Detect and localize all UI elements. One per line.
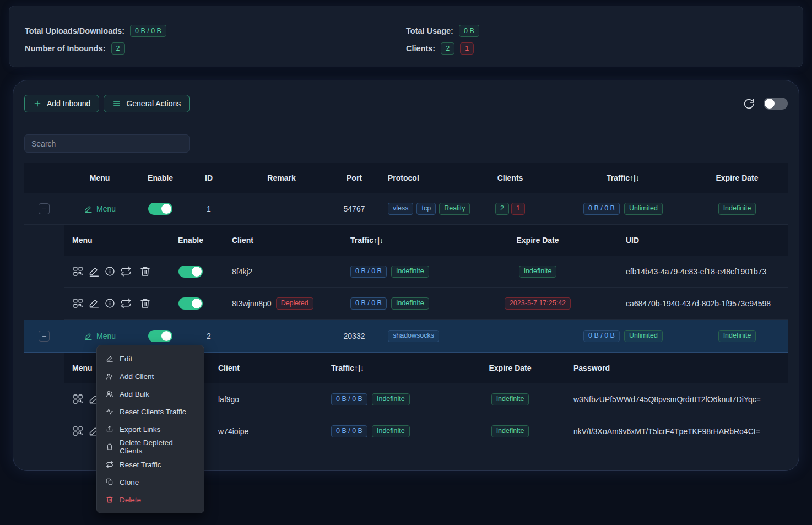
- qr-code-icon[interactable]: [72, 297, 84, 309]
- header-port: Port: [331, 174, 378, 182]
- info-icon[interactable]: [104, 297, 116, 309]
- sub-header-password: Password: [571, 364, 788, 372]
- stat-label-uploads: Total Uploads/Downloads:: [25, 26, 124, 35]
- expire-badge: Indefinite: [519, 266, 557, 278]
- inbound-row: − Menu 1 54767 vless tcp Reality: [24, 193, 788, 225]
- traffic-badge: 0 B / 0 B: [331, 425, 367, 437]
- sub-header-traffic[interactable]: Traffic↑|↓: [323, 236, 472, 245]
- menu-item-label: Delete: [120, 496, 141, 504]
- refresh-icon[interactable]: [743, 98, 755, 110]
- stat-clients: Clients: 2 1: [406, 42, 787, 55]
- delete-client-icon[interactable]: [139, 266, 151, 277]
- traffic-badge: 0 B / 0 B: [350, 266, 387, 278]
- theme-toggle[interactable]: [764, 98, 788, 110]
- inbound-menu-button[interactable]: Menu: [84, 332, 116, 340]
- qr-code-icon[interactable]: [72, 425, 84, 437]
- general-actions-label: General Actions: [126, 99, 181, 108]
- add-inbound-button[interactable]: Add Inbound: [24, 95, 99, 112]
- menu-item-delete-depleted-clients[interactable]: Delete Depleted Clients: [97, 438, 204, 456]
- sub-header-client: Client: [191, 364, 295, 372]
- edit-client-icon[interactable]: [88, 297, 100, 309]
- menu-item-label: Add Client: [120, 372, 154, 381]
- edit-client-icon[interactable]: [88, 266, 100, 277]
- sub-header-traffic[interactable]: Traffic↑|↓: [295, 364, 450, 372]
- depleted-badge: Depleted: [276, 297, 313, 310]
- header-traffic-sort[interactable]: Traffic↑|↓: [560, 174, 686, 182]
- menu-item-label: Edit: [120, 355, 132, 363]
- clients-subtable-header: Menu Enable Client Traffic↑|↓ Expire Dat…: [64, 225, 788, 256]
- stat-clients-depleted-badge: 1: [460, 42, 474, 55]
- traffic-badge: 0 B / 0 B: [331, 393, 367, 405]
- client-name: w74ioipe: [191, 427, 295, 436]
- menu-item-clone[interactable]: Clone: [97, 473, 204, 491]
- user-plus-icon: [106, 372, 113, 380]
- collapse-row-button[interactable]: −: [39, 203, 50, 214]
- qr-code-icon[interactable]: [72, 266, 84, 277]
- reset-client-traffic-icon[interactable]: [120, 266, 132, 277]
- reset-client-traffic-icon[interactable]: [120, 297, 132, 309]
- xui-inbounds-page: Total Uploads/Downloads: 0 B / 0 B Total…: [0, 0, 812, 525]
- inbound-port: 54767: [331, 204, 378, 213]
- inbound-enable-toggle[interactable]: [148, 330, 172, 342]
- export-icon: [106, 425, 113, 433]
- client-enable-toggle[interactable]: [178, 297, 203, 310]
- menu-item-reset-clients-traffic[interactable]: Reset Clients Traffic: [97, 403, 204, 420]
- stats-panel: Total Uploads/Downloads: 0 B / 0 B Total…: [9, 6, 803, 67]
- protocol-badge: shadowsocks: [388, 330, 439, 342]
- menu-item-reset-traffic[interactable]: Reset Traffic: [97, 456, 204, 473]
- client-traffic: 0 B / 0 B Indefinite: [295, 425, 450, 437]
- expire-badge: Indefinite: [718, 203, 756, 215]
- inbound-port: 20332: [331, 332, 378, 340]
- traffic-badge: 0 B / 0 B: [583, 203, 620, 215]
- client-actions: [64, 266, 169, 277]
- inbound-protocols: shadowsocks: [378, 330, 461, 342]
- inbound-menu-label: Menu: [96, 332, 116, 340]
- inbound-enable-toggle[interactable]: [148, 203, 172, 215]
- inbound-clients: 2 1: [461, 203, 560, 215]
- general-actions-button[interactable]: General Actions: [104, 95, 190, 112]
- traffic-badge: 0 B / 0 B: [583, 330, 620, 342]
- edit-icon: [106, 355, 113, 362]
- stat-total-usage: Total Usage: 0 B: [406, 25, 787, 37]
- client-name: 8f4kj2: [213, 267, 323, 276]
- clients-depleted-badge: 1: [511, 203, 525, 215]
- qr-code-icon[interactable]: [72, 393, 84, 405]
- traffic-limit-badge: Indefinite: [391, 297, 429, 310]
- inbound-menu-label: Menu: [96, 204, 116, 213]
- menu-item-export-links[interactable]: Export Links: [97, 420, 204, 438]
- search-input[interactable]: [24, 134, 190, 153]
- inbound-id: 1: [185, 204, 232, 213]
- client-uid: efb14b43-4a79-4e83-ef18-e48cf1901b73: [604, 267, 788, 276]
- inbound-menu-button[interactable]: Menu: [84, 204, 116, 213]
- inbound-expire: Indefinite: [686, 203, 788, 215]
- sub-header-expire: Expire Date: [450, 364, 571, 372]
- stat-value-inbounds: 2: [111, 42, 125, 55]
- sub-header-menu: Menu: [64, 236, 169, 245]
- sub-header-enable: Enable: [169, 236, 213, 245]
- traffic-limit-badge: Unlimited: [624, 203, 663, 215]
- traffic-limit-badge: Indefinite: [372, 393, 410, 405]
- add-inbound-label: Add Inbound: [47, 99, 90, 108]
- delete-client-icon[interactable]: [139, 297, 151, 309]
- menu-item-edit[interactable]: Edit: [97, 350, 204, 367]
- info-icon[interactable]: [104, 266, 116, 277]
- traffic-limit-badge: Indefinite: [372, 425, 410, 437]
- expire-badge: 2023-5-7 17:25:42: [505, 297, 571, 310]
- toolbar: Add Inbound General Actions: [24, 95, 788, 112]
- traffic-limit-badge: Indefinite: [391, 266, 429, 278]
- client-password: nkV/I/3XoAm9v6xMT/T5lcrF4TpeTKF98rHARbRo…: [571, 427, 788, 436]
- stat-clients-active-badge: 2: [441, 42, 454, 55]
- collapse-row-button[interactable]: −: [39, 331, 50, 342]
- menu-item-delete[interactable]: Delete: [97, 491, 204, 508]
- inbound-protocols: vless tcp Reality: [378, 203, 461, 215]
- client-password: w3NfbzUPf5WWd745Q8pvsmQrdrttT2lO6knuI7Di…: [571, 395, 788, 404]
- client-uid: ca68470b-1940-437d-802b-1f9573e94598: [604, 299, 788, 308]
- stat-label-clients: Clients:: [406, 44, 435, 53]
- client-enable-toggle[interactable]: [178, 266, 203, 278]
- stat-label-inbounds: Number of Inbounds:: [25, 44, 106, 53]
- menu-item-add-bulk[interactable]: Add Bulk: [97, 385, 204, 403]
- client-row: 8f4kj2 0 B / 0 B Indefinite Indefinite e…: [64, 256, 788, 288]
- toolbar-right: [743, 98, 788, 110]
- inbound-traffic: 0 B / 0 B Unlimited: [560, 203, 686, 215]
- menu-item-add-client[interactable]: Add Client: [97, 367, 204, 385]
